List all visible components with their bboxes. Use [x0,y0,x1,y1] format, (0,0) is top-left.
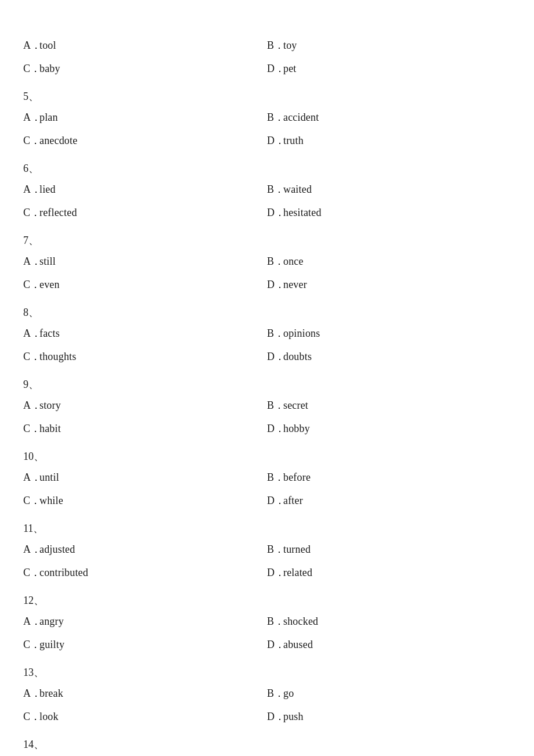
option-7-2[interactable]: C．contributed [23,562,267,583]
option-6-1[interactable]: B．before [267,467,511,488]
option-text: hesitated [283,207,322,219]
option-8-1[interactable]: B．shocked [267,611,511,632]
option-text: story [39,399,61,412]
option-label: B． [267,542,283,556]
option-1-1[interactable]: B．accident [267,107,511,128]
option-text: baby [39,63,60,75]
option-5-3[interactable]: D．hobby [267,418,511,439]
option-2-2[interactable]: C．reflected [23,202,267,223]
options-row: A．toolB．toy [23,35,511,56]
option-text: push [283,711,304,723]
option-0-1[interactable]: B．toy [267,35,511,56]
option-text: after [283,495,303,507]
option-3-2[interactable]: C．even [23,274,267,295]
option-text: guilty [39,639,64,651]
option-7-0[interactable]: A．adjusted [23,539,267,560]
option-2-3[interactable]: D．hesitated [267,202,511,223]
option-7-3[interactable]: D．related [267,562,511,583]
question-number-8: 12、 [23,593,511,607]
option-text: doubts [283,351,312,363]
option-text: related [283,567,312,579]
option-3-1[interactable]: B．once [267,251,511,272]
option-0-0[interactable]: A．tool [23,35,267,56]
option-2-1[interactable]: B．waited [267,179,511,200]
option-6-3[interactable]: D．after [267,490,511,511]
option-5-0[interactable]: A．story [23,395,267,416]
option-2-0[interactable]: A．lied [23,179,267,200]
option-8-3[interactable]: D．abused [267,634,511,655]
option-4-2[interactable]: C．thoughts [23,346,267,367]
options-row: A．untilB．before [23,467,511,488]
options-row: C．anecdoteD．truth [23,130,511,151]
options-row: A．stillB．once [23,251,511,272]
options-row: A．angryB．shocked [23,611,511,632]
option-6-0[interactable]: A．until [23,467,267,488]
question-number-1: 5、 [23,89,511,103]
option-4-1[interactable]: B．opinions [267,323,511,344]
option-0-3[interactable]: D．pet [267,58,511,79]
option-label: C． [23,710,39,723]
option-label: C． [23,422,39,435]
question-number-3: 7、 [23,233,511,247]
options-row: C．babyD．pet [23,58,511,79]
option-text: even [39,279,60,291]
option-9-2[interactable]: C．look [23,706,267,727]
option-text: plan [39,111,58,124]
option-label: B． [267,254,283,268]
option-7-1[interactable]: B．turned [267,539,511,560]
option-6-2[interactable]: C．while [23,490,267,511]
option-text: pet [283,63,297,75]
option-label: D． [267,638,283,651]
option-9-1[interactable]: B．go [267,683,511,704]
options-row: C．whileD．after [23,490,511,511]
option-5-1[interactable]: B．secret [267,395,511,416]
option-text: turned [283,543,311,556]
option-1-2[interactable]: C．anecdote [23,130,267,151]
option-label: C． [23,278,39,291]
option-label: C． [23,638,39,651]
option-4-0[interactable]: A．facts [23,323,267,344]
options-row: C．lookD．push [23,706,511,727]
option-3-0[interactable]: A．still [23,251,267,272]
question-number-9: 13、 [23,665,511,679]
option-8-2[interactable]: C．guilty [23,634,267,655]
option-label: D． [267,710,283,723]
option-5-2[interactable]: C．habit [23,418,267,439]
option-4-3[interactable]: D．doubts [267,346,511,367]
option-label: D． [267,278,283,291]
option-9-0[interactable]: A．break [23,683,267,704]
option-label: A． [23,614,39,628]
option-label: D． [267,62,283,75]
option-label: B． [267,614,283,628]
option-text: shocked [283,615,318,628]
option-text: once [283,255,304,268]
option-label: B． [267,182,283,196]
option-3-3[interactable]: D．never [267,274,511,295]
options-row: A．factsB．opinions [23,323,511,344]
option-1-3[interactable]: D．truth [267,130,511,151]
option-label: A． [23,542,39,556]
option-8-0[interactable]: A．angry [23,611,267,632]
option-text: opinions [283,327,320,340]
option-text: never [283,279,307,291]
option-text: before [283,471,311,484]
option-label: D． [267,566,283,579]
option-label: C． [23,134,39,147]
option-label: D． [267,134,283,147]
option-label: B． [267,398,283,412]
option-text: until [39,471,59,484]
option-text: tool [39,39,56,52]
option-0-2[interactable]: C．baby [23,58,267,79]
options-row: A．planB．accident [23,107,511,128]
options-row: C．evenD．never [23,274,511,295]
option-label: D． [267,422,283,435]
option-label: C． [23,566,39,579]
question-number-7: 11、 [23,521,511,535]
option-9-3[interactable]: D．push [267,706,511,727]
option-1-0[interactable]: A．plan [23,107,267,128]
option-label: A． [23,686,39,700]
option-text: adjusted [39,543,75,556]
option-text: angry [39,615,64,628]
question-number-10: 14、 [23,737,511,751]
option-label: B． [267,470,283,484]
